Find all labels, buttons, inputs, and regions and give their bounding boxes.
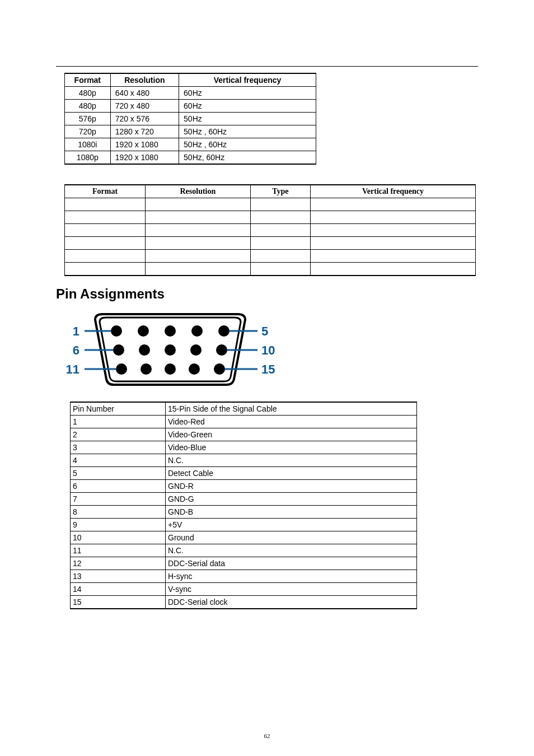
table-row (65, 263, 476, 276)
cell-desc: +5V (166, 519, 417, 531)
cell-format: 576p (65, 113, 111, 125)
table-row: 1080i1920 x 108050Hz , 60Hz (65, 138, 316, 151)
table-row: 576p720 x 57650Hz (65, 113, 316, 125)
cell-resolution: 720 x 576 (110, 113, 179, 125)
cell-desc: Video-Blue (166, 441, 417, 454)
table-row: 480p640 x 48060Hz (65, 87, 316, 100)
table-row: 480p720 x 48060Hz (65, 100, 316, 113)
cell-vf: 50Hz , 60Hz (179, 125, 316, 138)
cell-format (65, 211, 146, 224)
cell-pin: 2 (71, 428, 166, 441)
cell-desc: GND-G (166, 493, 417, 506)
cell-format: 720p (65, 125, 111, 138)
col-pin-number: Pin Number (71, 402, 166, 416)
pin-label-10: 10 (261, 343, 275, 357)
col-signal: 15-Pin Side of the Signal Cable (166, 402, 417, 416)
svg-point-8 (190, 344, 202, 356)
cell-desc: DDC-Serial data (166, 557, 417, 570)
cell-desc: Ground (166, 531, 417, 544)
page: Format Resolution Vertical frequency 480… (0, 0, 534, 756)
pin-rows: 1Video-Red2Video-Green3Video-Blue4N.C.5D… (71, 416, 417, 609)
cell-vf (311, 198, 476, 211)
cell-format (65, 237, 146, 250)
cell-pin: 8 (71, 506, 166, 519)
cell-resolution (146, 237, 251, 250)
cell-desc: GND-B (166, 506, 417, 519)
svg-point-10 (116, 363, 127, 375)
table-row: 4N.C. (71, 454, 417, 467)
cell-vf: 50Hz , 60Hz (179, 138, 316, 151)
pin-label-1: 1 (73, 324, 79, 338)
video-format-table: Format Resolution Vertical frequency 480… (64, 73, 316, 165)
table-row: 11N.C. (71, 544, 417, 557)
table-row: 8GND-B (71, 506, 417, 519)
cell-resolution: 640 x 480 (110, 87, 179, 100)
table-row: 2Video-Green (71, 428, 417, 441)
table-row (65, 198, 476, 211)
cell-resolution: 1920 x 1080 (110, 138, 179, 151)
cell-resolution (146, 263, 251, 276)
pin-label-15: 15 (261, 362, 275, 376)
table-row: 3Video-Blue (71, 441, 417, 454)
cell-format (65, 263, 146, 276)
cell-pin: 13 (71, 570, 166, 583)
svg-point-3 (191, 325, 203, 337)
cell-type (250, 250, 310, 263)
cell-desc: Video-Green (166, 428, 417, 441)
svg-point-6 (139, 344, 150, 356)
cell-format: 1080i (65, 138, 111, 151)
cell-pin: 11 (71, 544, 166, 557)
table-row: 5Detect Cable (71, 467, 417, 480)
cell-format (65, 224, 146, 237)
cell-resolution (146, 198, 251, 211)
table-row: 1Video-Red (71, 416, 417, 428)
svg-point-5 (113, 344, 124, 356)
cell-type (250, 211, 310, 224)
cell-format (65, 198, 146, 211)
cell-pin: 6 (71, 480, 166, 493)
pin-assignments-heading: Pin Assignments (56, 286, 500, 302)
video-format-rows: 480p640 x 48060Hz480p720 x 48060Hz576p72… (65, 87, 316, 165)
cell-type (250, 263, 310, 276)
cell-vf (311, 224, 476, 237)
cell-desc: Video-Red (166, 416, 417, 428)
table-row: 6GND-R (71, 480, 417, 493)
pin-label-5: 5 (261, 324, 268, 338)
cell-desc: GND-R (166, 480, 417, 493)
table-row: 13H-sync (71, 570, 417, 583)
cell-vf (311, 263, 476, 276)
cell-resolution: 1280 x 720 (110, 125, 179, 138)
cell-desc: N.C. (166, 544, 417, 557)
cell-resolution (146, 224, 251, 237)
cell-pin: 15 (71, 596, 166, 609)
page-number: 62 (0, 732, 534, 739)
cell-resolution: 1920 x 1080 (110, 151, 179, 165)
cell-format (65, 250, 146, 263)
cell-desc: H-sync (166, 570, 417, 583)
pin-label-6: 6 (73, 343, 79, 357)
cell-vf (311, 211, 476, 224)
svg-point-7 (165, 344, 176, 356)
svg-point-11 (140, 363, 152, 375)
col-type: Type (250, 185, 310, 198)
cell-desc: V-sync (166, 583, 417, 596)
secondary-format-rows (65, 198, 476, 276)
cell-type (250, 224, 310, 237)
cell-vf: 50Hz, 60Hz (179, 151, 316, 165)
table-row: 720p1280 x 72050Hz , 60Hz (65, 125, 316, 138)
col-format: Format (65, 185, 146, 198)
pin-diagram: 1 6 11 5 10 15 (64, 307, 277, 391)
svg-point-1 (138, 325, 149, 337)
table-row (65, 224, 476, 237)
col-format: Format (65, 73, 111, 87)
table-row: 1080p1920 x 108050Hz, 60Hz (65, 151, 316, 165)
cell-desc: Detect Cable (166, 467, 417, 480)
svg-point-0 (111, 325, 122, 337)
cell-vf: 50Hz (179, 113, 316, 125)
cell-pin: 7 (71, 493, 166, 506)
svg-point-4 (218, 325, 229, 337)
cell-type (250, 198, 310, 211)
cell-vf: 60Hz (179, 87, 316, 100)
horizontal-rule (56, 66, 478, 67)
table-row: 15DDC-Serial clock (71, 596, 417, 609)
